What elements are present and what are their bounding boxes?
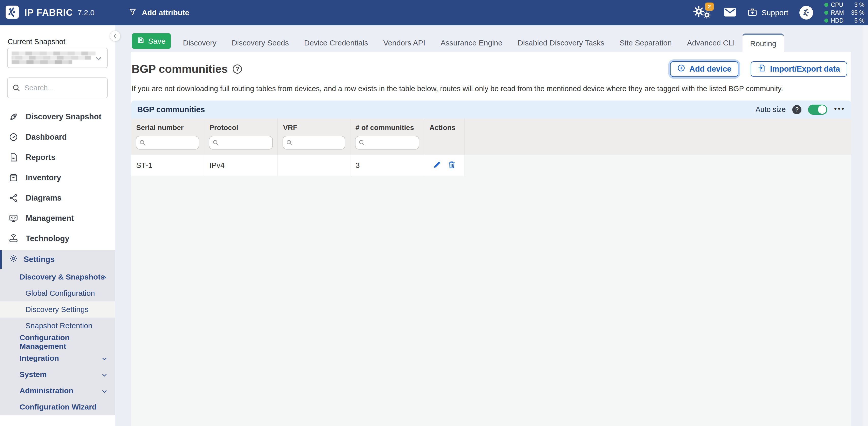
column-communities: # of communities xyxy=(350,119,424,155)
cell-protocol: IPv4 xyxy=(204,155,278,176)
tab-routing[interactable]: Routing xyxy=(742,34,784,52)
sidebar-collapse-button[interactable] xyxy=(110,31,120,41)
search-icon xyxy=(359,139,365,147)
table-body: ST-1 IPv4 3 xyxy=(131,155,851,426)
ram-stat: RAM 35 % xyxy=(824,9,864,16)
ram-label: RAM xyxy=(831,9,849,16)
tab-discovery[interactable]: Discovery xyxy=(175,34,224,52)
support-kit-icon xyxy=(747,7,757,18)
add-device-button[interactable]: Add device xyxy=(670,61,738,77)
sidebar-item-system[interactable]: System xyxy=(0,366,115,383)
sidebar-item-configuration-wizard[interactable]: Configuration Wizard xyxy=(0,399,115,415)
sidebar: Current Snapshot Discovery Snapshot xyxy=(0,25,115,426)
sidebar-item-global-configuration[interactable]: Global Configuration xyxy=(0,285,115,301)
sidebar-item-label: Diagrams xyxy=(26,193,61,203)
hdd-stat: HDD 5 % xyxy=(824,17,864,24)
system-gears-icon[interactable]: 2 xyxy=(693,5,713,21)
column-header: # of communities xyxy=(355,124,419,132)
current-snapshot-label: Current Snapshot xyxy=(8,38,65,46)
auto-size-help-icon[interactable]: ? xyxy=(792,105,801,114)
ipfabric-logo-icon[interactable] xyxy=(6,6,19,20)
add-attribute-button[interactable]: Add attribute xyxy=(127,0,191,25)
sidebar-item-reports[interactable]: Reports xyxy=(0,147,115,168)
filter-funnel-icon xyxy=(129,8,137,18)
table-header-row: Serial number Protocol xyxy=(131,119,851,155)
import-export-button[interactable]: Import/Export data xyxy=(751,61,847,77)
save-button[interactable]: Save xyxy=(132,33,171,49)
sidebar-item-diagrams[interactable]: Diagrams xyxy=(0,188,115,208)
sidebar-item-label: Dashboard xyxy=(26,133,67,142)
settings-item-label: Discovery & Snapshots xyxy=(20,273,105,281)
sidebar-item-discovery-settings[interactable]: Discovery Settings xyxy=(0,301,115,318)
page-header: BGP communities ? Add device Import/Expo… xyxy=(132,61,847,77)
tab-device-credentials[interactable]: Device Credentials xyxy=(297,34,376,52)
monitor-icon xyxy=(8,214,19,223)
cell-actions xyxy=(424,155,465,176)
tab-site-separation[interactable]: Site Separation xyxy=(612,34,679,52)
settings-item-label: Configuration Management xyxy=(20,333,115,351)
brand-name: IP FABRIC xyxy=(24,7,73,18)
sidebar-item-management[interactable]: Management xyxy=(0,208,115,228)
router-icon xyxy=(8,234,19,243)
table-options-button[interactable]: ••• xyxy=(834,105,845,114)
hdd-status-dot xyxy=(824,19,828,23)
sidebar-item-configuration-management[interactable]: Configuration Management xyxy=(0,334,115,350)
brand: IP FABRIC 7.2.0 xyxy=(6,0,95,25)
page-title: BGP communities xyxy=(132,63,228,75)
settings-item-label: System xyxy=(20,370,47,379)
column-header: Actions xyxy=(429,124,460,132)
notification-badge: 2 xyxy=(705,3,714,11)
sidebar-search xyxy=(7,77,108,98)
messages-button[interactable] xyxy=(724,8,736,18)
sidebar-search-input[interactable] xyxy=(7,77,108,98)
add-attribute-label: Add attribute xyxy=(142,8,189,17)
routing-content: BGP communities ? Add device Import/Expo… xyxy=(131,52,851,426)
tab-advanced-cli[interactable]: Advanced CLI xyxy=(679,34,742,52)
cell-communities: 3 xyxy=(350,155,424,176)
document-icon xyxy=(8,153,19,162)
row-filler xyxy=(465,155,851,176)
tab-discovery-seeds[interactable]: Discovery Seeds xyxy=(224,34,297,52)
edit-row-button[interactable] xyxy=(433,160,441,170)
panel-header: BGP communities Auto size ? ••• xyxy=(131,101,851,119)
column-filler xyxy=(465,119,851,155)
ram-status-dot xyxy=(824,11,828,15)
table-row: ST-1 IPv4 3 xyxy=(131,155,851,176)
delete-row-button[interactable] xyxy=(447,160,456,170)
sidebar-item-label: Management xyxy=(26,214,74,223)
sidebar-item-discovery-and-snapshots[interactable]: Discovery & Snapshots xyxy=(0,269,115,285)
sidebar-item-technology[interactable]: Technology xyxy=(0,228,115,249)
settings-item-label: Integration xyxy=(20,354,59,363)
protocol-filter xyxy=(209,136,273,150)
cpu-status-dot xyxy=(824,3,828,7)
tab-vendors-api[interactable]: Vendors API xyxy=(376,34,433,52)
sidebar-item-label: Discovery Snapshot xyxy=(26,112,101,121)
sidebar-item-discovery-snapshot[interactable]: Discovery Snapshot xyxy=(0,107,115,127)
column-protocol: Protocol xyxy=(204,119,278,155)
sidebar-item-inventory[interactable]: Inventory xyxy=(0,168,115,188)
rocket-icon xyxy=(8,112,19,122)
sidebar-item-dashboard[interactable]: Dashboard xyxy=(0,127,115,147)
user-avatar[interactable] xyxy=(799,6,813,20)
help-icon[interactable]: ? xyxy=(233,64,242,74)
panel-controls: Auto size ? ••• xyxy=(755,105,845,115)
cpu-label: CPU xyxy=(831,2,852,8)
box-icon xyxy=(8,173,19,183)
hdd-label: HDD xyxy=(831,17,852,24)
auto-size-toggle[interactable] xyxy=(808,105,827,115)
snapshot-select[interactable] xyxy=(7,48,108,68)
chevron-down-icon xyxy=(101,388,108,396)
sidebar-item-snapshot-retention[interactable]: Snapshot Retention xyxy=(0,318,115,334)
support-button[interactable]: Support xyxy=(747,7,788,18)
sidebar-item-administration[interactable]: Administration xyxy=(0,383,115,399)
sidebar-item-settings[interactable]: Settings xyxy=(0,250,115,269)
column-header: Serial number xyxy=(136,124,199,132)
tab-assurance-engine[interactable]: Assurance Engine xyxy=(433,34,510,52)
column-vrf: VRF xyxy=(278,119,350,155)
settings-item-label: Configuration Wizard xyxy=(20,403,97,411)
chevron-up-icon xyxy=(101,274,108,283)
gear-small-icon xyxy=(703,11,711,20)
tab-disabled-discovery-tasks[interactable]: Disabled Discovery Tasks xyxy=(510,34,612,52)
vertical-scrollbar[interactable] xyxy=(862,25,868,426)
sidebar-item-integration[interactable]: Integration xyxy=(0,350,115,366)
